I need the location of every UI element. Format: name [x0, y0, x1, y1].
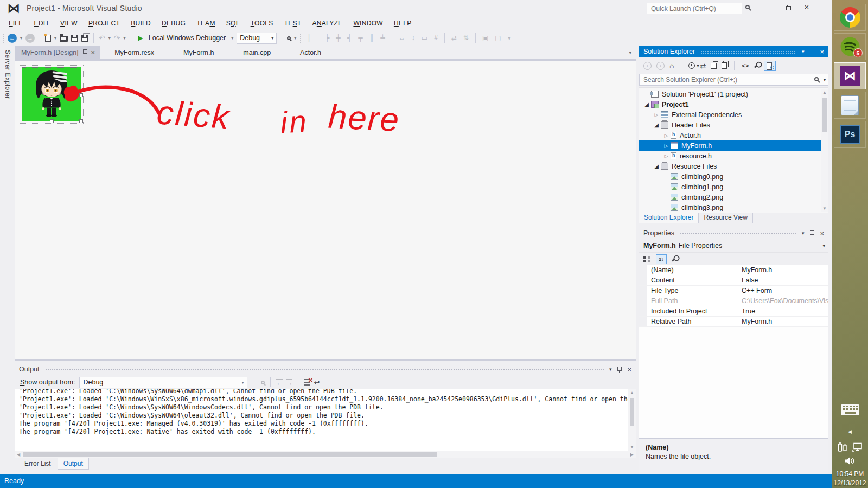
bring-to-front-icon[interactable]: ▣ — [481, 34, 490, 42]
tree-vertical-scrollbar[interactable]: ▲ ▼ — [821, 89, 828, 212]
panel-drag-texture[interactable] — [700, 50, 796, 54]
expander-icon[interactable]: ▷ — [652, 112, 661, 118]
start-debugging-icon[interactable]: ▶ — [138, 34, 143, 42]
menu-debug[interactable]: DEBUG — [156, 17, 191, 29]
size-to-grid-icon[interactable]: # — [432, 34, 439, 42]
expander-icon[interactable]: ▷ — [662, 133, 671, 138]
nav-back-icon[interactable]: ‹ — [643, 62, 652, 70]
server-explorer-tab[interactable]: Server Explorer — [4, 50, 11, 99]
tree-item-climbing0-png[interactable]: climbing0.png — [639, 171, 821, 182]
show-all-files-icon[interactable] — [722, 62, 727, 69]
title-bar[interactable]: ⋈ Project1 - Microsoft Visual Studio – × — [0, 0, 832, 16]
horizontal-spacing-icon[interactable]: ⇄ — [450, 34, 458, 42]
close-button[interactable]: × — [799, 0, 815, 14]
tree-item-climbing2-png[interactable]: climbing2.png — [639, 192, 821, 202]
expander-icon[interactable]: ◢ — [652, 122, 661, 128]
property-value[interactable]: MyForm.h — [738, 318, 828, 325]
tab-actor-h[interactable]: Actor.h — [285, 46, 336, 59]
close-icon[interactable]: × — [91, 49, 95, 56]
property-row-included-in-project[interactable]: Included In ProjectTrue — [639, 306, 828, 317]
tab-myform-h-design[interactable]: MyForm.h [Design]× — [15, 46, 100, 59]
tab-myform-h[interactable]: MyForm.h — [169, 46, 228, 59]
taskbar-notepad[interactable] — [834, 92, 866, 119]
snap-to-grid-icon[interactable]: ┼ — [305, 34, 313, 42]
tree-item-actor-h[interactable]: ▷Actor.h — [639, 130, 821, 140]
toolbar-grip[interactable] — [299, 33, 302, 43]
quick-launch-input[interactable] — [647, 3, 742, 14]
menu-window[interactable]: WINDOW — [348, 17, 388, 29]
overflow-icon[interactable]: ▾ — [506, 34, 513, 42]
window-position-icon[interactable]: ▾ — [802, 230, 805, 236]
panel-drag-texture[interactable] — [45, 368, 604, 371]
horizontal-splitter[interactable] — [15, 359, 636, 363]
minimize-button[interactable]: – — [762, 0, 778, 14]
send-to-back-icon[interactable]: ▢ — [493, 34, 502, 42]
expander-icon[interactable]: ◢ — [642, 101, 651, 107]
restore-button[interactable] — [780, 0, 796, 14]
align-rights-icon[interactable]: ╡ — [346, 34, 354, 42]
align-lefts-icon[interactable]: ╞ — [323, 34, 331, 42]
tree-item-resource-h[interactable]: ▷resource.h — [639, 151, 821, 161]
menu-analyze[interactable]: ANALYZE — [307, 17, 348, 29]
vertical-spacing-icon[interactable]: ⇅ — [462, 34, 470, 42]
pin-icon[interactable] — [617, 366, 622, 373]
dropdown-icon[interactable]: ▾ — [20, 36, 22, 41]
nav-forward-icon[interactable]: › — [656, 62, 665, 70]
menu-build[interactable]: BUILD — [125, 17, 156, 29]
property-pages-icon[interactable] — [672, 256, 676, 261]
tab-main-cpp[interactable]: main.cpp — [228, 46, 285, 59]
property-value[interactable]: C++ Form — [738, 287, 828, 294]
tree-item-myform-h[interactable]: ▷MyForm.h — [639, 140, 821, 151]
tree-item-resource-files[interactable]: ◢Resource Files — [639, 161, 821, 171]
clock-time[interactable]: 10:54 PM — [836, 470, 864, 479]
redo-icon[interactable]: ↷ — [114, 34, 120, 42]
properties-icon[interactable] — [754, 63, 759, 68]
resize-handle-right[interactable] — [79, 93, 83, 97]
dropdown-icon[interactable]: ▾ — [124, 36, 126, 41]
close-icon[interactable]: × — [627, 366, 631, 373]
panel-tab-resource-view[interactable]: Resource View — [699, 213, 752, 223]
output-source-combo[interactable]: Debug ▾ — [79, 377, 247, 388]
close-icon[interactable]: × — [820, 230, 824, 237]
goto-previous-message-icon[interactable]: ← — [276, 379, 283, 386]
expander-icon[interactable]: ▷ — [662, 143, 671, 149]
scrollbar-thumb[interactable] — [822, 98, 827, 132]
property-row-full-path[interactable]: Full PathC:\Users\Fox\Documents\Visua — [639, 296, 828, 306]
undo-icon[interactable]: ↶ — [99, 34, 105, 42]
start-debugging-button[interactable]: Local Windows Debugger — [149, 34, 226, 42]
open-file-icon[interactable] — [60, 36, 68, 42]
properties-object-selector[interactable]: MyForm.h File Properties ▾ — [639, 239, 828, 253]
sync-with-active-document-icon[interactable]: ⇄ — [700, 62, 706, 70]
scroll-down-arrow[interactable]: ▼ — [630, 445, 634, 450]
menu-file[interactable]: FILE — [3, 17, 29, 29]
picturebox-control[interactable] — [22, 67, 81, 121]
tree-item-climbing1-png[interactable]: climbing1.png — [639, 182, 821, 192]
search-solution-explorer-input[interactable] — [639, 74, 828, 86]
tree-item-climbing3-png[interactable]: climbing3.png — [639, 202, 821, 212]
close-icon[interactable]: × — [820, 48, 824, 55]
preview-selected-items-icon[interactable] — [764, 61, 776, 71]
menu-team[interactable]: TEAM — [191, 17, 221, 29]
make-same-size-icon[interactable]: ▭ — [420, 34, 429, 42]
panel-tab-solution-explorer[interactable]: Solution Explorer — [639, 213, 699, 223]
show-hidden-icons-icon[interactable]: ◀ — [848, 429, 852, 434]
menu-test[interactable]: TEST — [279, 17, 307, 29]
categorized-icon[interactable] — [643, 256, 646, 259]
make-same-width-icon[interactable]: ↔ — [397, 34, 407, 42]
menu-help[interactable]: HELP — [388, 17, 417, 29]
solution-configuration-combo[interactable]: Debug ▾ — [237, 33, 277, 44]
scroll-down-arrow[interactable]: ▼ — [822, 206, 827, 211]
align-bottoms-icon[interactable]: ╧ — [379, 34, 387, 42]
dropdown-icon[interactable]: ▾ — [108, 36, 111, 41]
output-log[interactable]: 'Project1.exe': Loaded 'C:\Windows\SysWO… — [15, 389, 636, 451]
property-value[interactable]: C:\Users\Fox\Documents\Visua — [738, 297, 828, 305]
tab-myform-resx[interactable]: MyForm.resx — [100, 46, 169, 59]
scroll-up-arrow[interactable]: ▲ — [630, 390, 634, 395]
tree-item-external-dependencies[interactable]: ▷External Dependencies — [639, 110, 821, 120]
scroll-right-arrow[interactable]: ▶ — [630, 452, 634, 457]
save-all-icon[interactable] — [81, 35, 88, 42]
volume-icon[interactable] — [845, 457, 856, 465]
keyboard-icon[interactable] — [841, 403, 859, 416]
taskbar-spotify[interactable]: 5 — [834, 33, 866, 60]
align-centers-icon[interactable]: ╪ — [334, 34, 342, 42]
